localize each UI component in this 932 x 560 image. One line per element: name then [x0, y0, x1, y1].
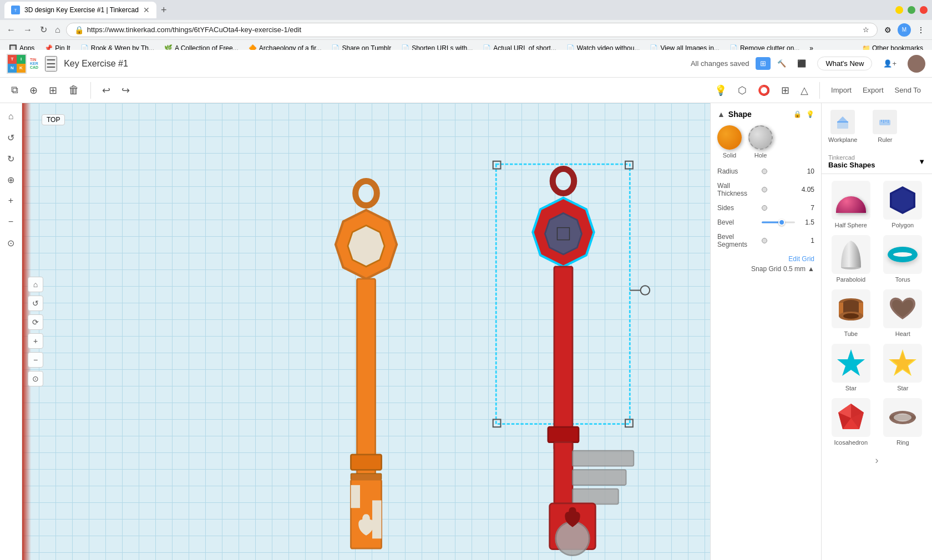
shape-item-torus[interactable]: Torus [880, 235, 926, 283]
shape-item-tube[interactable]: Tube [828, 289, 874, 337]
solid-shape-button[interactable]: Solid [717, 125, 742, 159]
bevel-slider[interactable] [762, 219, 795, 226]
snap-grid-chevron-icon[interactable]: ▲ [808, 265, 814, 273]
extensions-icon[interactable]: ⚙ [881, 23, 894, 37]
svg-rect-25 [573, 470, 626, 485]
new-tab-button[interactable]: + [156, 4, 171, 16]
align-button[interactable]: △ [796, 82, 813, 99]
logo-box: T I N K [7, 54, 27, 74]
shape-item-ring[interactable]: Ring [880, 398, 926, 446]
svg-point-56 [889, 414, 916, 421]
view-zoom-in-button[interactable]: + [28, 333, 43, 349]
torus-icon [888, 247, 918, 262]
profile-icon[interactable]: M [898, 23, 911, 37]
shape-tool-button[interactable]: ⬡ [733, 82, 751, 99]
copy-button[interactable]: ⧉ [7, 82, 23, 98]
sides-property: Sides 7 [717, 204, 814, 212]
duplicate-button[interactable]: ⊞ [44, 82, 62, 99]
tab-bar: T 3D design Key Exercise #1 | Tinkercad … [0, 0, 932, 20]
sides-control[interactable] [762, 205, 767, 211]
redo-button[interactable]: ↪ [117, 82, 134, 99]
workplane-button[interactable]: Workplane [828, 110, 857, 143]
ruler-tool-button[interactable]: ⭕ [753, 82, 774, 99]
snap-grid-value[interactable]: 0.5 mm [783, 265, 806, 273]
shape-item-paraboloid[interactable]: Paraboloid [828, 235, 874, 283]
home-view-button[interactable]: ⌂ [2, 108, 20, 125]
shape-item-star-gold[interactable]: Star [880, 344, 926, 391]
zoom-out-button[interactable]: − [2, 213, 20, 231]
snap-grid-label: Snap Grid [751, 265, 781, 273]
tube-label: Tube [844, 330, 858, 337]
back-button[interactable]: ← [4, 24, 18, 36]
viewport[interactable]: TOP [22, 103, 710, 560]
forward-button[interactable]: → [21, 24, 34, 36]
tinkercad-logo[interactable]: T I N K TIN KER CAD [7, 54, 38, 74]
export-button[interactable]: Export [858, 84, 888, 96]
grid-tool-button[interactable]: ⊞ [777, 82, 794, 99]
delete-button[interactable]: 🗑 [64, 82, 84, 99]
view-zoom-out-button[interactable]: − [28, 352, 43, 368]
hammer-view-button[interactable]: 🔨 [773, 57, 791, 70]
hamburger-menu-button[interactable]: ☰ [45, 56, 57, 72]
browser-nav-icons: ⚙ M ⋮ [881, 23, 928, 37]
rotate-right-button[interactable]: ↻ [2, 150, 20, 167]
polygon-icon [889, 185, 916, 215]
scroll-more-indicator[interactable]: › [822, 452, 932, 469]
shape-item-icosahedron[interactable]: Icosahedron [828, 398, 874, 446]
zoom-in-button[interactable]: + [2, 192, 20, 210]
send-to-button[interactable]: Send To [890, 84, 925, 96]
shape-item-heart[interactable]: Heart [880, 289, 926, 337]
circuit-view-button[interactable]: ⬛ [793, 57, 811, 70]
view-orbit-button[interactable]: ⟳ [28, 314, 43, 330]
shape-item-half-sphere[interactable]: Half Sphere [828, 181, 874, 228]
star-gold-icon [888, 348, 918, 378]
home-button[interactable]: ⌂ [53, 24, 63, 36]
reload-button[interactable]: ↻ [38, 23, 49, 36]
grid-view-button[interactable]: ⊞ [756, 57, 771, 70]
divider [90, 82, 91, 99]
bookmark-star-icon[interactable]: ☆ [863, 26, 869, 34]
tab-close-button[interactable]: ✕ [143, 6, 150, 14]
shape-panel-header: ▲ Shape 🔒 💡 [717, 110, 814, 119]
view-rotate-button[interactable]: ↺ [28, 296, 43, 311]
library-selector[interactable]: Tinkercad Basic Shapes ▼ [822, 150, 932, 174]
user-add-button[interactable]: 👤+ [879, 57, 901, 70]
window-close[interactable] [920, 6, 928, 14]
hole-shape-icon [748, 125, 773, 150]
shape-item-star-cyan[interactable]: Star [828, 344, 874, 391]
ruler-button[interactable]: Ruler [873, 110, 897, 143]
shape-collapse-button[interactable]: ▲ [717, 110, 725, 119]
window-minimize[interactable] [895, 6, 903, 14]
active-tab[interactable]: T 3D design Key Exercise #1 | Tinkercad … [4, 2, 156, 18]
radius-control[interactable] [762, 169, 767, 174]
user-avatar[interactable] [908, 55, 925, 73]
zoom-reset-button[interactable]: ⊙ [2, 234, 20, 252]
light-icon-button[interactable]: 💡 [710, 82, 731, 99]
address-bar[interactable]: 🔒 https://www.tinkerkad.com/things/6tYFA… [66, 23, 878, 37]
window-maximize[interactable] [908, 6, 915, 14]
lock-icon[interactable]: 🔒 [793, 110, 802, 118]
import-button[interactable]: Import [827, 84, 856, 96]
shapes-grid: Half Sphere Polygon [822, 174, 932, 452]
more-menu-icon[interactable]: ⋮ [914, 23, 928, 37]
zoom-fit-button[interactable]: ⊕ [2, 171, 20, 189]
edit-grid-link[interactable]: Edit Grid [717, 255, 814, 263]
ruler-label: Ruler [878, 136, 892, 143]
eye-icon[interactable]: 💡 [806, 110, 814, 118]
tab-title: 3D design Key Exercise #1 | Tinkercad [24, 6, 139, 14]
paste-button[interactable]: ⊕ [25, 82, 42, 99]
svg-rect-23 [554, 442, 573, 503]
view-home-button[interactable]: ⌂ [28, 277, 43, 292]
rotate-left-button[interactable]: ↺ [2, 129, 20, 146]
wall-thickness-control[interactable] [762, 187, 767, 192]
ring-thumb [883, 398, 922, 437]
undo-button[interactable]: ↩ [98, 82, 115, 99]
bevel-segments-control[interactable] [762, 238, 767, 243]
hole-shape-button[interactable]: Hole [748, 125, 773, 159]
icosahedron-thumb [832, 398, 870, 437]
logo-n: N [8, 64, 17, 73]
ruler-icon [873, 110, 897, 134]
shape-item-polygon[interactable]: Polygon [880, 181, 926, 228]
whats-new-button[interactable]: What's New [817, 57, 872, 70]
view-zoom-fit2-button[interactable]: ⊙ [28, 371, 43, 386]
